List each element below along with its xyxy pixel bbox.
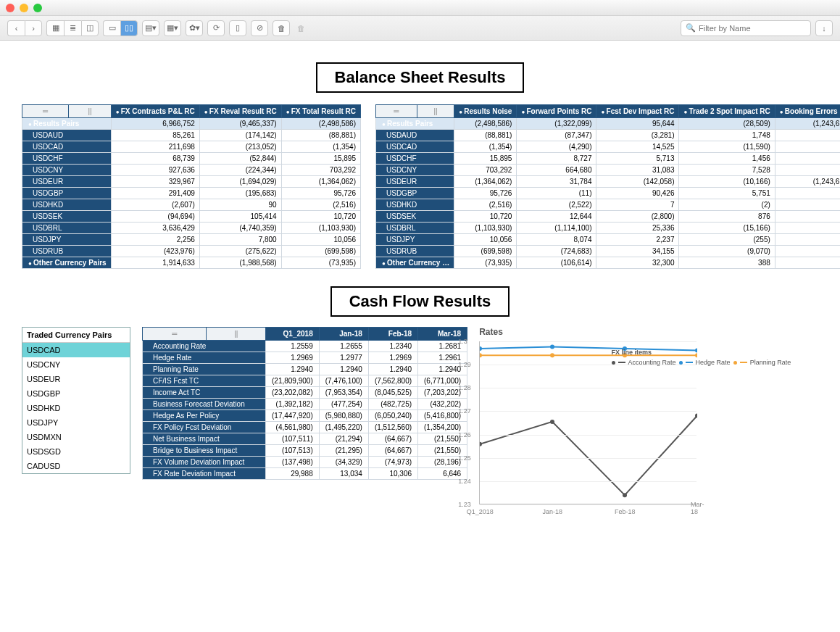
grid-settings-button[interactable]: ▦▾ xyxy=(164,20,181,36)
action-menu-button[interactable]: ✿▾ xyxy=(186,20,203,36)
row-label[interactable]: USDSEK xyxy=(22,211,112,223)
row-label[interactable]: USDAUD xyxy=(22,130,112,141)
list-view-button[interactable]: ≣ xyxy=(64,20,81,36)
row-label[interactable]: Hedge Rate xyxy=(143,352,266,364)
row-label[interactable]: USDEUR xyxy=(376,176,454,188)
row-label[interactable]: USDCNY xyxy=(376,165,454,176)
row-label[interactable]: USDBRL xyxy=(376,223,454,234)
row-label[interactable]: Business Forecast Deviation xyxy=(143,399,266,410)
row-label[interactable]: USDJPY xyxy=(22,234,112,246)
gallery-view-button[interactable]: ▭ xyxy=(103,20,120,36)
col-header[interactable]: FX Reval Result RC xyxy=(199,105,281,118)
pair-item[interactable]: USDEUR xyxy=(22,372,130,386)
col-header[interactable]: Results Noise xyxy=(454,105,517,118)
row-label[interactable]: CF/IS Fcst TC xyxy=(143,375,266,387)
download-button[interactable]: ↓ xyxy=(815,20,833,36)
search-box[interactable]: 🔍 xyxy=(681,20,811,36)
row-label[interactable]: USDEUR xyxy=(22,176,112,188)
back-button[interactable]: ‹ xyxy=(7,20,25,36)
row-label[interactable]: Results Pairs xyxy=(22,118,112,130)
row-label[interactable]: USDCHF xyxy=(22,153,112,165)
row-label[interactable]: USDSEK xyxy=(376,211,454,223)
col-header[interactable]: Fcst Dev Impact RC xyxy=(596,105,679,118)
col-header[interactable]: Trade 2 Spot Impact RC xyxy=(679,105,775,118)
cell: (1,114,100) xyxy=(517,223,596,234)
forward-button[interactable]: › xyxy=(25,20,42,36)
column-view-button[interactable]: ◫ xyxy=(81,20,99,36)
cell: 95,726 xyxy=(281,188,360,199)
trash-button[interactable]: 🗑 xyxy=(273,20,290,36)
pair-item[interactable]: CADUSD xyxy=(22,459,130,473)
minimize-window-button[interactable] xyxy=(20,4,28,12)
row-label[interactable]: Net Business Impact xyxy=(143,433,266,445)
col-header[interactable]: Q1_2018 xyxy=(266,328,320,341)
cell: 0 xyxy=(775,246,840,257)
grid-options-button[interactable]: ▤▾ xyxy=(142,20,159,36)
row-label[interactable]: FX Volume Deviation Impact xyxy=(143,457,266,468)
icon-view-button[interactable]: ▦ xyxy=(46,20,64,36)
row-label[interactable]: Other Currency … xyxy=(376,257,454,269)
row-label[interactable]: USDRUB xyxy=(22,246,112,257)
row-label[interactable]: USDCAD xyxy=(376,141,454,153)
row-label[interactable]: Bridge to Business Impact xyxy=(143,445,266,457)
row-label[interactable]: Hedge As Per Policy xyxy=(143,410,266,422)
cell: (2,516) xyxy=(281,199,360,211)
row-label[interactable]: USDGBP xyxy=(376,188,454,199)
maximize-window-button[interactable] xyxy=(33,4,42,12)
traded-pairs-listbox[interactable]: Traded Currency Pairs USDCADUSDCNYUSDEUR… xyxy=(22,327,130,474)
search-input[interactable] xyxy=(699,24,806,33)
pair-item[interactable]: USDGBP xyxy=(22,386,130,401)
cell: 90,426 xyxy=(596,188,679,199)
cell: 31,083 xyxy=(596,165,679,176)
col-header[interactable]: Feb-18 xyxy=(368,328,417,341)
row-label[interactable]: USDRUB xyxy=(376,246,454,257)
row-label[interactable]: FX Policy Fcst Deviation xyxy=(143,422,266,433)
col-header[interactable]: Jan-18 xyxy=(319,328,368,341)
pair-item[interactable]: USDCNY xyxy=(22,357,130,372)
row-label[interactable]: USDHKD xyxy=(22,199,112,211)
table-row: USDEUR329,967(1,694,029)(1,364,062) xyxy=(22,176,361,188)
row-label[interactable]: USDCHF xyxy=(376,153,454,165)
cell: 0 xyxy=(775,141,840,153)
pair-item[interactable]: USDJPY xyxy=(22,415,130,430)
col-header[interactable]: FX Contracts P&L RC xyxy=(111,105,199,118)
col-header[interactable]: Booking Errors RC xyxy=(775,105,840,118)
row-label[interactable]: USDBRL xyxy=(22,223,112,234)
close-window-button[interactable] xyxy=(6,4,14,12)
cell: 0 xyxy=(775,188,840,199)
row-label[interactable]: FX Rate Deviation Impact xyxy=(143,468,266,480)
block-button[interactable]: ⊘ xyxy=(251,20,268,36)
row-label[interactable]: Planning Rate xyxy=(143,364,266,375)
row-label[interactable]: Other Currency Pairs xyxy=(22,257,112,269)
cell: 1.2977 xyxy=(319,352,368,364)
pair-item[interactable]: USDHKD xyxy=(22,401,130,415)
row-label[interactable]: Income Act TC xyxy=(143,387,266,399)
table-row: USDHKD(2,516)(2,522)7(2)0 xyxy=(376,199,841,211)
split-view-button[interactable]: ▯▯ xyxy=(120,20,138,36)
table-row: FX Rate Deviation Impact29,98813,03410,3… xyxy=(143,468,467,480)
col-header[interactable]: FX Total Result RC xyxy=(281,105,360,118)
cell: (21,295) xyxy=(319,445,368,457)
row-label[interactable]: Results Pairs xyxy=(376,118,454,130)
row-label[interactable]: USDHKD xyxy=(376,199,454,211)
cell: 12,644 xyxy=(517,211,596,223)
row-label[interactable]: USDGBP xyxy=(22,188,112,199)
trash-icon: 🗑 xyxy=(297,24,305,33)
cell: (2,522) xyxy=(517,199,596,211)
document-button[interactable]: ▯ xyxy=(229,20,246,36)
refresh-button[interactable]: ⟳ xyxy=(207,20,225,36)
row-label[interactable]: Accounting Rate xyxy=(143,341,266,352)
row-label[interactable]: USDCAD xyxy=(22,141,112,153)
table-row: USDCHF68,739(52,844)15,895 xyxy=(22,153,361,165)
col-header[interactable]: Forward Points RC xyxy=(517,105,596,118)
pair-item[interactable]: USDMXN xyxy=(22,430,130,444)
table-row: FX Volume Deviation Impact(137,498)(34,3… xyxy=(143,457,467,468)
pair-item[interactable]: USDCAD xyxy=(22,343,130,357)
row-label[interactable]: USDCNY xyxy=(22,165,112,176)
cashflow-table: ═||Q1_2018Jan-18Feb-18Mar-18Accounting R… xyxy=(142,327,467,480)
row-label[interactable]: USDAUD xyxy=(376,130,454,141)
row-label[interactable]: USDJPY xyxy=(376,234,454,246)
pair-item[interactable]: USDSGD xyxy=(22,444,130,459)
cell: 0 xyxy=(775,211,840,223)
cell: 31,784 xyxy=(517,176,596,188)
